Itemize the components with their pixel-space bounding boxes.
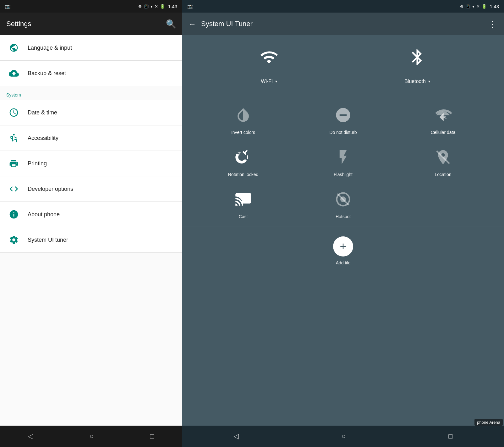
system-ui-tuner-label: System UI tuner: [28, 237, 68, 243]
watermark: phone Arena: [474, 419, 503, 426]
cellular-data-tile[interactable]: Cellular data: [395, 100, 491, 139]
do-not-disturb-icon: [335, 107, 352, 126]
location-icon: [435, 149, 452, 168]
left-home-nav[interactable]: ○: [90, 432, 94, 440]
hotspot-tile[interactable]: Hotspot: [295, 185, 392, 224]
svg-point-0: [13, 134, 14, 135]
location-label: Location: [435, 172, 452, 177]
clock-icon: [6, 105, 21, 120]
settings-item-printing[interactable]: Printing: [0, 151, 182, 176]
bluetooth-tile[interactable]: Bluetooth ▾: [389, 48, 446, 84]
accessibility-label: Accessibility: [28, 135, 58, 141]
about-phone-label: About phone: [28, 211, 60, 218]
bluetooth-label-row: Bluetooth ▾: [404, 79, 430, 84]
notification-icon: 📷: [5, 4, 10, 9]
cast-label: Cast: [239, 214, 248, 219]
settings-list: Language & input Backup & reset System D…: [0, 35, 182, 426]
right-time: 1:43: [490, 4, 499, 9]
wifi-divider: [241, 74, 297, 74]
left-time: 1:43: [168, 4, 177, 9]
right-back-nav[interactable]: ◁: [233, 432, 239, 440]
backup-icon: [6, 66, 21, 81]
flashlight-label: Flashlight: [334, 172, 353, 177]
cast-icon: [235, 191, 252, 210]
wifi-label-row: Wi-Fi ▾: [261, 79, 277, 84]
signal-off-icon: ✕: [155, 4, 158, 9]
left-status-bar: 📷 ⊖ 📳 ▾ ✕ 🔋 1:43: [0, 0, 182, 13]
date-time-label: Date & time: [28, 109, 57, 116]
settings-item-language-input[interactable]: Language & input: [0, 35, 182, 61]
wifi-status-icon: ▾: [151, 4, 153, 9]
system-ui-tuner-panel: 📷 ⊖ 📳 ▾ ✕ 🔋 1:43 ← System UI Tuner ⋮: [182, 0, 504, 447]
flashlight-tile[interactable]: Flashlight: [295, 142, 392, 181]
settings-item-date-time[interactable]: Date & time: [0, 100, 182, 125]
add-tile-label: Add tile: [336, 260, 351, 265]
right-status-icons: 📷: [187, 4, 193, 9]
bluetooth-divider: [389, 74, 446, 74]
language-input-label: Language & input: [28, 45, 72, 51]
bluetooth-label: Bluetooth: [404, 79, 426, 84]
vibrate-icon: 📳: [144, 4, 149, 9]
top-tiles-row: Wi-Fi ▾ Bluetooth ▾: [182, 41, 504, 94]
rotation-locked-label: Rotation locked: [228, 172, 259, 177]
accessibility-icon: [6, 130, 21, 146]
right-vibrate-icon: 📳: [465, 4, 470, 9]
backup-reset-label: Backup & reset: [28, 70, 66, 77]
right-signal-off-icon: ✕: [476, 4, 480, 9]
right-recent-nav[interactable]: □: [448, 432, 452, 440]
rotation-locked-icon: [235, 149, 252, 168]
left-status-icons: 📷: [5, 4, 10, 9]
tuner-content: Wi-Fi ▾ Bluetooth ▾: [182, 35, 504, 426]
svg-line-2: [337, 194, 349, 205]
tuner-app-bar: ← System UI Tuner ⋮: [182, 13, 504, 35]
wifi-tile-icon: [260, 48, 278, 69]
printing-label: Printing: [28, 160, 47, 167]
wifi-dropdown-arrow: ▾: [275, 79, 277, 84]
do-not-disturb-label: Do not disturb: [329, 130, 357, 135]
settings-item-about-phone[interactable]: About phone: [0, 202, 182, 227]
left-status-right: ⊖ 📳 ▾ ✕ 🔋 1:43: [138, 4, 177, 9]
print-icon: [6, 156, 21, 171]
settings-title: Settings: [6, 20, 31, 28]
wifi-tile[interactable]: Wi-Fi ▾: [241, 48, 297, 84]
settings-item-backup-reset[interactable]: Backup & reset: [0, 61, 182, 86]
invert-colors-tile[interactable]: Invert colors: [195, 100, 292, 139]
hotspot-label: Hotspot: [336, 214, 351, 219]
settings-item-system-ui-tuner[interactable]: System UI tuner: [0, 227, 182, 253]
search-button[interactable]: 🔍: [166, 19, 176, 29]
minus-icon: ⊖: [138, 4, 142, 9]
settings-panel: 📷 ⊖ 📳 ▾ ✕ 🔋 1:43 Settings 🔍 Language & i…: [0, 0, 182, 447]
settings-item-accessibility[interactable]: Accessibility: [0, 125, 182, 151]
tuner-title: System UI Tuner: [201, 20, 488, 28]
developer-options-label: Developer options: [28, 186, 73, 192]
rotation-locked-tile[interactable]: Rotation locked: [195, 142, 292, 181]
cellular-data-label: Cellular data: [431, 130, 456, 135]
cellular-data-icon: [435, 107, 452, 126]
more-button[interactable]: ⋮: [488, 19, 498, 29]
right-home-nav[interactable]: ○: [342, 432, 346, 440]
right-status-bar: 📷 ⊖ 📳 ▾ ✕ 🔋 1:43: [182, 0, 504, 13]
back-button[interactable]: ←: [189, 19, 196, 28]
flashlight-icon: [335, 149, 352, 168]
add-tile-section: + Add tile: [182, 227, 504, 275]
settings-item-developer-options[interactable]: Developer options: [0, 176, 182, 202]
location-tile[interactable]: Location: [395, 142, 491, 181]
add-tile-button[interactable]: +: [333, 236, 353, 257]
do-not-disturb-tile[interactable]: Do not disturb: [295, 100, 392, 139]
wifi-label: Wi-Fi: [261, 79, 272, 84]
quick-tiles-grid: Invert colors Do not disturb: [182, 97, 504, 227]
developer-icon: [6, 181, 21, 196]
left-nav-bar: ◁ ○ □: [0, 426, 182, 447]
right-nav-bar: ◁ ○ □: [182, 426, 504, 447]
cast-tile[interactable]: Cast: [195, 185, 292, 224]
battery-icon: 🔋: [160, 4, 165, 9]
info-icon: [6, 207, 21, 222]
invert-colors-icon: [235, 107, 252, 126]
left-recent-nav[interactable]: □: [150, 432, 154, 440]
system-section-header: System: [0, 86, 182, 100]
right-notification-icon: 📷: [187, 4, 193, 9]
right-status-right: ⊖ 📳 ▾ ✕ 🔋 1:43: [460, 4, 499, 9]
right-battery-icon: 🔋: [482, 4, 487, 9]
left-back-nav[interactable]: ◁: [28, 432, 33, 440]
right-minus-icon: ⊖: [460, 4, 463, 9]
